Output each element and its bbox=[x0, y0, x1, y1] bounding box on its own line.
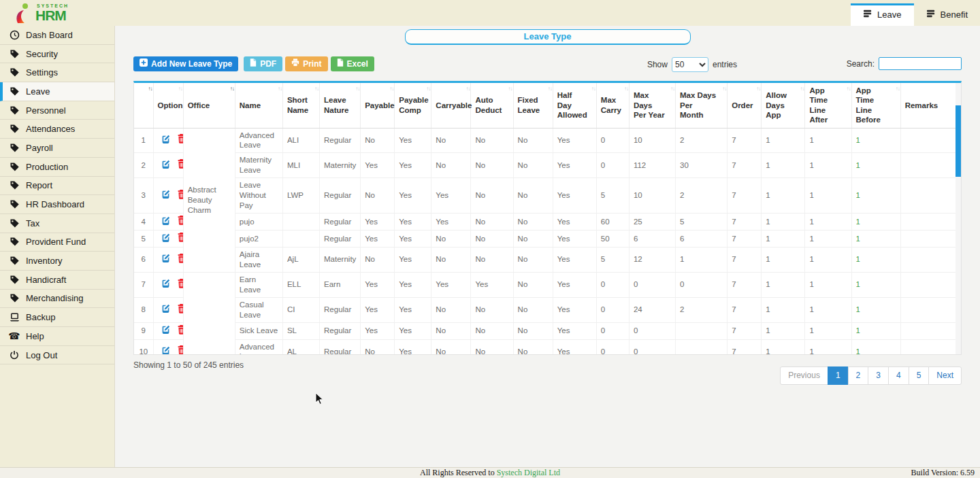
delete-icon[interactable] bbox=[177, 304, 184, 316]
delete-icon[interactable] bbox=[177, 190, 184, 202]
column-header-option[interactable]: Option↑↓ bbox=[153, 83, 183, 128]
column-header-app-time-line-before[interactable]: App Time Line Before↑↓ bbox=[851, 83, 900, 128]
sidebar-item-settings[interactable]: Settings bbox=[0, 63, 114, 82]
column-header-half-day-allowed[interactable]: Half Day Allowed↑↓ bbox=[553, 83, 596, 128]
print-button[interactable]: Print bbox=[285, 56, 327, 71]
column-header-fixed-leave[interactable]: Fixed Leave↑↓ bbox=[513, 83, 553, 128]
column-header-allow-days-app[interactable]: Allow Days App↑↓ bbox=[762, 83, 805, 128]
column-header-short-name[interactable]: Short Name↑↓ bbox=[282, 83, 319, 128]
sidebar-item-merchandising[interactable]: Merchandising bbox=[0, 290, 114, 309]
sidebar-item-tax[interactable]: Tax bbox=[0, 214, 114, 233]
name-cell: pujo2 bbox=[235, 231, 282, 247]
delete-icon[interactable] bbox=[177, 233, 184, 245]
edit-icon[interactable] bbox=[161, 325, 170, 337]
column-header-index[interactable]: ↑↓ bbox=[134, 83, 153, 128]
half-day-allowed-cell: Yes bbox=[553, 231, 596, 247]
column-header-office[interactable]: Office↑↓ bbox=[183, 83, 235, 128]
delete-icon[interactable] bbox=[177, 134, 184, 146]
sidebar-item-backup[interactable]: Backup bbox=[0, 308, 114, 327]
app-time-line-before-cell: 1 bbox=[851, 128, 900, 153]
app-time-line-before-cell: 1 bbox=[851, 214, 900, 231]
half-day-allowed-cell: Yes bbox=[553, 322, 596, 339]
sidebar-item-help[interactable]: ☎Help bbox=[0, 327, 114, 346]
sidebar-item-inventory[interactable]: Inventory bbox=[0, 252, 114, 271]
max-days-per-month-cell bbox=[676, 339, 728, 355]
payable-comp-cell: Yes bbox=[395, 339, 431, 355]
column-header-max-days-per-year[interactable]: Max Days Per Year↑↓ bbox=[629, 83, 675, 128]
pdf-button[interactable]: PDF bbox=[244, 56, 282, 71]
excel-button[interactable]: Excel bbox=[331, 56, 374, 71]
show-entries: Show 50 entries bbox=[647, 57, 737, 72]
row-number-cell: 6 bbox=[134, 247, 153, 272]
delete-icon[interactable] bbox=[177, 159, 184, 171]
sort-icon: ↑↓ bbox=[624, 86, 628, 92]
sidebar-item-leave[interactable]: Leave bbox=[0, 82, 114, 101]
column-header-max-days-per-month[interactable]: Max Days Per Month↑↓ bbox=[676, 83, 728, 128]
edit-icon[interactable] bbox=[161, 304, 170, 315]
sidebar-item-attendances[interactable]: Attendances bbox=[0, 120, 114, 139]
app-time-line-after-cell: 1 bbox=[805, 247, 851, 272]
table-scrollbar-track[interactable] bbox=[956, 83, 961, 354]
sidebar-item-dash-board[interactable]: Dash Board bbox=[0, 26, 114, 45]
option-cell bbox=[153, 272, 183, 297]
payable-cell: No bbox=[361, 247, 395, 272]
column-header-leave-nature[interactable]: Leave Nature↑↓ bbox=[320, 83, 361, 128]
sidebar-item-payroll[interactable]: Payroll bbox=[0, 139, 114, 158]
edit-icon[interactable] bbox=[161, 190, 170, 201]
printer-icon bbox=[291, 58, 299, 69]
pagination-previous[interactable]: Previous bbox=[780, 366, 828, 385]
max-days-per-month-cell: 6 bbox=[676, 231, 728, 247]
max-days-per-month-cell: 30 bbox=[676, 153, 728, 178]
sidebar-item-provident-fund[interactable]: Provident Fund bbox=[0, 233, 114, 252]
column-header-payable-comp[interactable]: Payable Comp↑↓ bbox=[395, 83, 431, 128]
pagination-page-5[interactable]: 5 bbox=[909, 366, 930, 385]
sidebar-item-personnel[interactable]: Personnel bbox=[0, 101, 114, 120]
sidebar-item-production[interactable]: Production bbox=[0, 158, 114, 177]
edit-icon[interactable] bbox=[161, 216, 170, 228]
column-header-max-carry[interactable]: Max Carry↑↓ bbox=[596, 83, 629, 128]
edit-icon[interactable] bbox=[161, 254, 170, 265]
pagination-next[interactable]: Next bbox=[928, 366, 962, 385]
sidebar-item-security[interactable]: Security bbox=[0, 45, 114, 64]
sidebar-item-hr-dashboard[interactable]: HR Dashboard bbox=[0, 195, 114, 214]
column-header-carryable[interactable]: Carryable↑↓ bbox=[431, 83, 471, 128]
pagination-page-1[interactable]: 1 bbox=[828, 366, 849, 385]
tag-icon bbox=[9, 237, 20, 247]
add-button-label: Add New Leave Type bbox=[151, 59, 232, 69]
sidebar-item-report[interactable]: Report bbox=[0, 177, 114, 196]
add-new-leave-type-button[interactable]: Add New Leave Type bbox=[133, 56, 238, 71]
tab-benefit[interactable]: Benefit bbox=[914, 4, 980, 26]
column-header-remarks[interactable]: Remarks↑↓ bbox=[900, 83, 960, 128]
edit-icon[interactable] bbox=[161, 233, 170, 245]
delete-icon[interactable] bbox=[177, 325, 184, 337]
option-cell bbox=[153, 322, 183, 339]
delete-icon[interactable] bbox=[177, 345, 184, 355]
order-cell: 7 bbox=[728, 128, 762, 153]
search-input[interactable] bbox=[879, 57, 962, 70]
sidebar-item-log-out[interactable]: Log Out bbox=[0, 346, 114, 365]
edit-icon[interactable] bbox=[161, 135, 170, 146]
pagination-page-3[interactable]: 3 bbox=[868, 366, 889, 385]
entries-select[interactable]: 50 bbox=[672, 57, 708, 72]
delete-icon[interactable] bbox=[177, 216, 184, 228]
column-header-auto-deduct[interactable]: Auto Deduct↑↓ bbox=[471, 83, 513, 128]
edit-icon[interactable] bbox=[161, 279, 170, 290]
column-header-payable[interactable]: Payable↑↓ bbox=[361, 83, 395, 128]
pagination-page-2[interactable]: 2 bbox=[848, 366, 869, 385]
column-header-label: Payable bbox=[365, 101, 394, 109]
edit-icon[interactable] bbox=[161, 160, 170, 171]
pagination-page-4[interactable]: 4 bbox=[888, 366, 909, 385]
tab-leave[interactable]: Leave bbox=[851, 3, 913, 26]
column-header-name[interactable]: Name↑↓ bbox=[235, 83, 282, 128]
sidebar-item-handicraft[interactable]: Handicraft bbox=[0, 271, 114, 290]
table-scrollbar-thumb[interactable] bbox=[956, 105, 961, 177]
max-days-per-month-cell bbox=[676, 322, 728, 339]
max-days-per-year-cell: 12 bbox=[629, 247, 675, 272]
column-header-app-time-line-after[interactable]: App Time Line After↑↓ bbox=[805, 83, 851, 128]
delete-icon[interactable] bbox=[177, 279, 184, 291]
delete-icon[interactable] bbox=[177, 254, 184, 266]
footer-company-link[interactable]: Systech Digital Ltd bbox=[497, 468, 560, 477]
column-header-order[interactable]: Order↑↓ bbox=[728, 83, 762, 128]
carryable-cell: No bbox=[431, 247, 471, 272]
edit-icon[interactable] bbox=[161, 346, 170, 355]
